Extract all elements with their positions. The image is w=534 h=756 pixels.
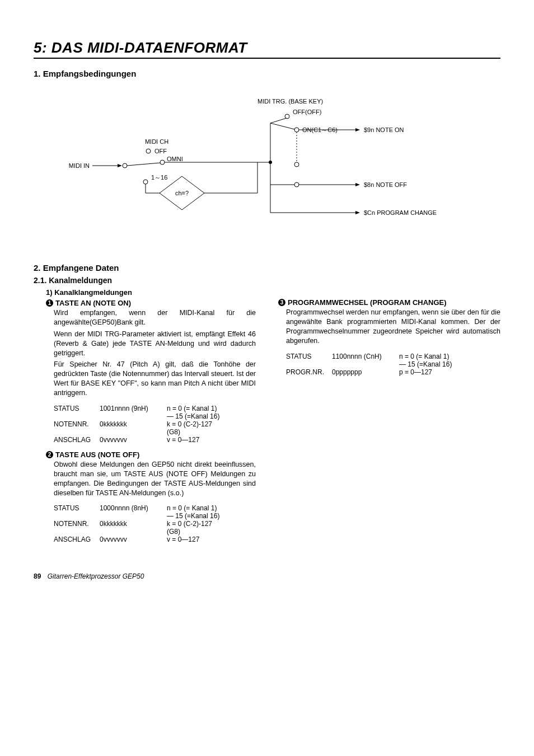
- svg-marker-27: [355, 183, 360, 186]
- noteoff-status-desc2: — 15 (=Kanal 16): [167, 512, 256, 520]
- note-off-para-1: Obwohl diese Meldungen den GEP50 nicht d…: [54, 460, 256, 498]
- receive-conditions-diagram: MIDI IN MIDI CH OFF OMNI 1～16 ch=? MIDI …: [34, 95, 500, 241]
- section-1-heading: 1. Empfangsbedingungen: [34, 69, 500, 78]
- note-off-title: TASTE AUS (NOTE OFF): [55, 450, 139, 459]
- label-ch-check: ch=?: [175, 190, 189, 196]
- noteon-note-bytes: 0kkkkkkk: [100, 420, 167, 428]
- label-midi-ch: MIDI CH: [145, 138, 168, 145]
- noteoff-vel-desc: v = 0—127: [167, 536, 256, 543]
- noteon-note-desc2: (G8): [167, 428, 256, 436]
- subsection-1-heading: 1) Kanalklangmeldungen: [46, 288, 256, 297]
- noteon-note-desc1: k = 0 (C-2)-127: [167, 420, 256, 428]
- program-change-data: STATUS 1100nnnn (CnH) n = 0 (= Kanal 1) …: [286, 353, 500, 376]
- section-2-1-heading: 2.1. Kanalmeldungen: [34, 276, 500, 285]
- svg-line-5: [127, 163, 160, 166]
- note-off-heading: 2TASTE AUS (NOTE OFF): [46, 450, 256, 459]
- label-program-change: $Cn PROGRAM CHANGE: [364, 209, 437, 216]
- label-ch-range: 1～16: [151, 174, 167, 181]
- svg-point-4: [160, 160, 165, 165]
- noteon-vel-label: ANSCHLAG: [54, 436, 100, 444]
- page-number: 89: [34, 572, 41, 580]
- note-on-para-2: Wenn der MIDI TRG-Parameter aktiviert is…: [54, 330, 256, 358]
- svg-line-17: [270, 118, 287, 123]
- noteon-vel-bytes: 0vvvvvvv: [100, 436, 167, 444]
- svg-point-2: [123, 163, 127, 168]
- noteoff-note-bytes: 0kkkkkkk: [100, 520, 167, 528]
- page-footer: 89 Gitarren-Effektprozessor GEP50: [34, 572, 500, 580]
- note-on-title: TASTE AN (NOTE ON): [55, 299, 131, 307]
- label-midi-in: MIDI IN: [69, 162, 90, 169]
- pc-prog-label: PROGR.NR.: [286, 368, 332, 376]
- bullet-1-icon: 1: [46, 299, 53, 307]
- noteoff-note-desc2: (G8): [167, 528, 256, 536]
- label-off-off: OFF(OFF): [293, 109, 321, 115]
- note-on-para-3: Für Speicher Nr. 47 (Pitch A) gilt, daß …: [54, 360, 256, 398]
- pc-status-desc2: — 15 (=Kanal 16): [399, 360, 500, 368]
- note-on-para-1: Wird empfangen, wenn der MIDI-Kanal für …: [54, 308, 256, 327]
- pc-status-desc1: n = 0 (= Kanal 1): [399, 353, 500, 360]
- svg-line-19: [270, 123, 294, 129]
- pc-status-bytes: 1100nnnn (CnH): [332, 353, 399, 360]
- svg-point-23: [294, 162, 299, 167]
- noteoff-status-bytes: 1000nnnn (8nH): [100, 504, 167, 512]
- svg-point-24: [294, 182, 299, 187]
- svg-point-18: [294, 128, 299, 132]
- svg-point-3: [146, 149, 151, 153]
- pc-prog-desc: p = 0—127: [399, 368, 500, 376]
- program-change-heading: 3PROGRAMMWECHSEL (PROGRAM CHANGE): [278, 298, 500, 307]
- svg-point-16: [285, 114, 289, 119]
- label-midi-trg: MIDI TRG. (BASE KEY): [257, 98, 323, 105]
- program-change-title: PROGRAMMWECHSEL (PROGRAM CHANGE): [288, 298, 447, 307]
- noteon-status-desc2: — 15 (=Kanal 16): [167, 412, 256, 420]
- noteon-status-bytes: 1001nnnn (9nH): [100, 405, 167, 412]
- label-omni: OMNI: [167, 156, 183, 162]
- svg-point-6: [143, 180, 148, 184]
- bullet-3-icon: 3: [278, 299, 285, 306]
- noteon-vel-desc: v = 0—127: [167, 436, 256, 444]
- svg-marker-21: [355, 128, 360, 132]
- note-off-data: STATUS 1000nnnn (8nH) n = 0 (= Kanal 1) …: [54, 504, 256, 543]
- page-title: 5: DAS MIDI-DATAENFORMAT: [34, 39, 500, 59]
- noteon-status-label: STATUS: [54, 405, 100, 412]
- noteoff-status-label: STATUS: [54, 504, 100, 512]
- noteoff-vel-label: ANSCHLAG: [54, 536, 100, 543]
- noteoff-vel-bytes: 0vvvvvvv: [100, 536, 167, 543]
- pc-prog-bytes: 0ppppppp: [332, 368, 399, 376]
- noteon-status-desc1: n = 0 (= Kanal 1): [167, 405, 256, 412]
- svg-marker-1: [118, 164, 122, 167]
- program-change-para-1: Programmwechsel werden nur empfangen, we…: [286, 308, 500, 346]
- footer-title: Gitarren-Effektprozessor GEP50: [48, 572, 144, 580]
- label-off: OFF: [154, 148, 167, 154]
- noteoff-note-label: NOTENNR.: [54, 520, 100, 528]
- noteoff-status-desc1: n = 0 (= Kanal 1): [167, 504, 256, 512]
- note-on-data: STATUS 1001nnnn (9nH) n = 0 (= Kanal 1) …: [54, 405, 256, 444]
- svg-marker-29: [355, 211, 360, 214]
- pc-status-label: STATUS: [286, 353, 332, 360]
- noteoff-note-desc1: k = 0 (C-2)-127: [167, 520, 256, 528]
- note-on-heading: 1TASTE AN (NOTE ON): [46, 299, 256, 307]
- label-note-off: $8n NOTE OFF: [364, 181, 407, 188]
- section-2-heading: 2. Empfangene Daten: [34, 263, 500, 273]
- label-note-on: $9n NOTE ON: [364, 126, 404, 133]
- noteon-note-label: NOTENNR.: [54, 420, 100, 428]
- bullet-2-icon: 2: [46, 451, 53, 458]
